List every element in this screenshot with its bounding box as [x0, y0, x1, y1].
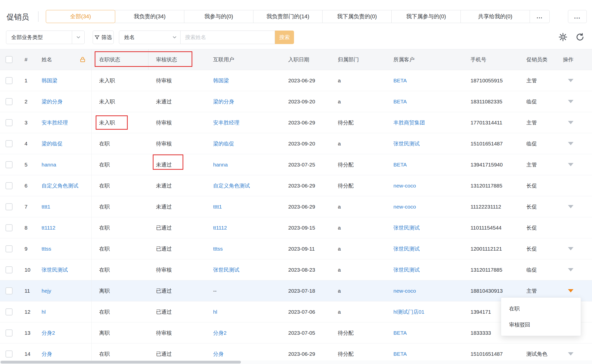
search-input[interactable]	[181, 31, 275, 44]
row-checkbox[interactable]	[6, 224, 13, 231]
linked-user[interactable]: 梁的分身	[206, 91, 281, 112]
audit-status: 已通过	[149, 217, 206, 238]
row-action-cell	[555, 154, 592, 175]
business-type-select[interactable]: 全部业务类型	[6, 31, 85, 44]
row-action-dropdown-icon[interactable]	[568, 247, 573, 250]
header-more-button[interactable]: ...	[568, 10, 587, 23]
customer-link[interactable]: hl测试门店01	[386, 301, 463, 322]
customer-link[interactable]: 张世民测试	[386, 133, 463, 154]
row-action-dropdown-icon[interactable]	[568, 289, 573, 292]
linked-user[interactable]: 韩国梁	[206, 70, 281, 91]
row-checkbox[interactable]	[6, 203, 13, 210]
promoter-name-link[interactable]: 韩国梁	[34, 70, 92, 91]
row-action-dropdown-icon[interactable]	[568, 268, 573, 271]
column-settings-gear-icon[interactable]	[558, 33, 567, 42]
linked-user[interactable]: 梁的临促	[206, 133, 281, 154]
promoter-name-link[interactable]: tt1112	[34, 217, 92, 238]
audit-status: 待审核	[149, 133, 206, 154]
row-checkbox[interactable]	[6, 287, 13, 294]
employment-status: 离职	[92, 322, 149, 343]
linked-user[interactable]: hl	[206, 301, 281, 322]
row-checkbox[interactable]	[6, 329, 13, 336]
audit-status: 未通过	[149, 154, 206, 175]
tab-2[interactable]: 我参与的(0)	[184, 10, 253, 23]
promoter-name-link[interactable]: tttss	[34, 238, 92, 259]
customer-link[interactable]: 张世民测试	[386, 217, 463, 238]
row-checkbox[interactable]	[6, 266, 13, 273]
hire-date: 2023-06-29	[281, 70, 330, 91]
row-checkbox[interactable]	[6, 161, 13, 168]
row-checkbox[interactable]	[6, 245, 13, 252]
row-checkbox[interactable]	[6, 350, 13, 357]
row-action-dropdown-icon[interactable]	[568, 142, 573, 145]
promoter-name-link[interactable]: 梁的临促	[34, 133, 92, 154]
hire-date: 2023-06-29	[281, 175, 330, 196]
linked-user[interactable]: 安丰胜经理	[206, 112, 281, 133]
tab-overflow[interactable]: ...	[530, 10, 550, 23]
filter-button[interactable]: 筛选	[93, 31, 114, 44]
row-action-dropdown-icon[interactable]	[568, 121, 573, 124]
customer-link[interactable]: BETA	[386, 70, 463, 91]
promoter-name-link[interactable]: 张世民测试	[34, 259, 92, 280]
refresh-icon[interactable]	[575, 33, 584, 42]
promoter-name-link[interactable]: 安丰胜经理	[34, 112, 92, 133]
search-field-select[interactable]: 姓名	[119, 31, 181, 44]
customer-link[interactable]: 张世民测试	[386, 238, 463, 259]
row-action-dropdown-icon[interactable]	[568, 163, 573, 166]
phone-number: 13941715940	[463, 154, 519, 175]
promoter-name-link[interactable]: hl	[34, 301, 92, 322]
row-action-dropdown-icon[interactable]	[568, 205, 573, 208]
row-checkbox[interactable]	[6, 140, 13, 147]
linked-user[interactable]: tt1112	[206, 217, 281, 238]
linked-user[interactable]: tttt1	[206, 196, 281, 217]
customer-link[interactable]: new-coco	[386, 280, 463, 301]
linked-user[interactable]: 张世民测试	[206, 259, 281, 280]
promoter-name-link[interactable]: tttt1	[34, 196, 92, 217]
tab-5[interactable]: 我下属参与的(0)	[391, 10, 461, 23]
menu-item-active[interactable]: 在职	[501, 301, 581, 317]
linked-user[interactable]: hanna	[206, 154, 281, 175]
menu-item-audit-reject[interactable]: 审核驳回	[501, 317, 581, 333]
employment-status: 在职	[92, 301, 149, 322]
col-header-name-label: 姓名	[42, 56, 52, 63]
linked-user[interactable]: 自定义角色测试	[206, 175, 281, 196]
customer-link[interactable]: 丰胜商贸集团	[386, 112, 463, 133]
department: a	[330, 70, 386, 91]
row-checkbox[interactable]	[6, 119, 13, 126]
tab-0[interactable]: 全部(34)	[46, 10, 115, 23]
linked-user[interactable]: tttss	[206, 238, 281, 259]
horizontal-scrollbar-thumb[interactable]	[1, 361, 241, 363]
promoter-name-link[interactable]: 分身2	[34, 322, 92, 343]
customer-link[interactable]: 张世民测试	[386, 259, 463, 280]
promoter-name-link[interactable]: hejy	[34, 280, 92, 301]
linked-user[interactable]: 分身2	[206, 322, 281, 343]
customer-link[interactable]: new-coco	[386, 175, 463, 196]
tab-3[interactable]: 我负责部门的(14)	[253, 10, 323, 23]
row-action-dropdown-icon[interactable]	[568, 100, 573, 103]
table-row: 6自定义角色测试在职未通过自定义角色测试2023-06-29待分配new-coc…	[0, 175, 592, 196]
tab-6[interactable]: 共享给我的(0)	[461, 10, 530, 23]
row-checkbox-cell	[0, 133, 16, 154]
customer-link[interactable]: BETA	[386, 322, 463, 343]
row-checkbox[interactable]	[6, 77, 13, 84]
customer-link[interactable]: BETA	[386, 91, 463, 112]
tab-4[interactable]: 我下属负责的(0)	[322, 10, 392, 23]
row-checkbox[interactable]	[6, 308, 13, 315]
customer-link[interactable]: BETA	[386, 154, 463, 175]
hire-date: 2023-09-20	[281, 91, 330, 112]
row-checkbox[interactable]	[6, 182, 13, 189]
select-all-checkbox[interactable]	[6, 56, 13, 63]
row-checkbox[interactable]	[6, 98, 13, 105]
tab-1[interactable]: 我负责的(34)	[115, 10, 184, 23]
promoter-name-link[interactable]: hanna	[34, 154, 92, 175]
row-action-dropdown-icon[interactable]	[568, 352, 573, 355]
phone-number: 18710055915	[463, 70, 519, 91]
customer-link[interactable]: new-coco	[386, 196, 463, 217]
promoter-name-link[interactable]: 自定义角色测试	[34, 175, 92, 196]
row-checkbox-cell	[0, 259, 16, 280]
search-button[interactable]: 搜索	[275, 31, 294, 44]
funnel-icon	[94, 35, 100, 40]
row-action-dropdown-icon[interactable]	[568, 79, 573, 82]
row-checkbox-cell	[0, 217, 16, 238]
promoter-name-link[interactable]: 梁的分身	[34, 91, 92, 112]
